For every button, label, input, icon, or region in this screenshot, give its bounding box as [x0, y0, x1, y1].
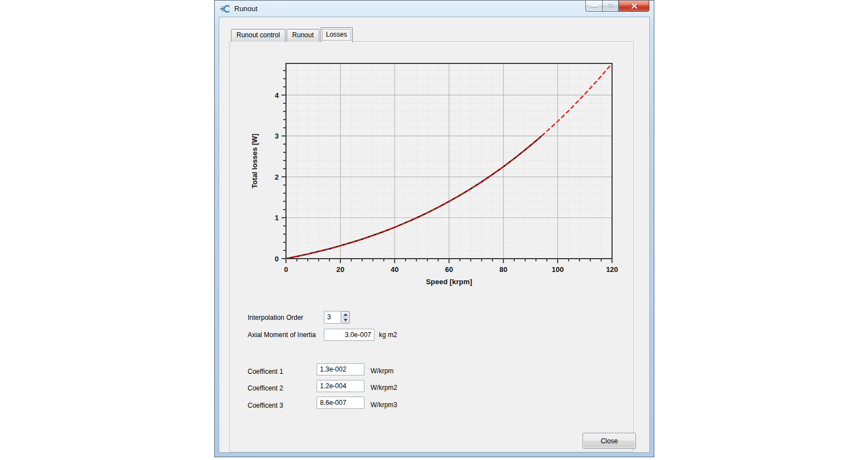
coefficient-3-input[interactable]: 8.6e-007: [317, 397, 364, 409]
close-icon: [631, 3, 638, 9]
y-tick-label: 3: [275, 132, 279, 140]
axial-moment-label: Axial Moment of Inertia: [248, 331, 316, 339]
x-tick-label: 20: [336, 265, 344, 274]
axial-moment-unit: kg m2: [379, 331, 397, 339]
arrow-up-icon: [343, 313, 348, 316]
coefficient-2-input[interactable]: 1.2e-004: [317, 380, 364, 392]
maximize-button[interactable]: [603, 1, 619, 12]
x-axis-title: Speed [krpm]: [426, 278, 472, 286]
y-tick-label: 2: [275, 173, 279, 181]
window-close-button[interactable]: [619, 1, 649, 12]
y-tick-label: 4: [275, 91, 279, 100]
spinner-down-button[interactable]: [341, 317, 349, 323]
minimize-icon: [591, 5, 598, 7]
x-tick-label: 0: [284, 265, 288, 274]
x-tick-label: 100: [551, 265, 564, 274]
coefficient-2-label: Coefficent 2: [248, 384, 283, 392]
interpolation-order-spinner[interactable]: 3: [324, 311, 350, 324]
coefficient-1-input[interactable]: 1.3e-002: [317, 363, 364, 375]
losses-chart: 02040608010012001234Speed [krpm]Total lo…: [240, 54, 630, 289]
x-tick-label: 80: [499, 265, 507, 274]
coefficient-1-unit: W/krpm: [371, 367, 393, 375]
tab-losses[interactable]: Losses: [320, 27, 353, 42]
minimize-button[interactable]: [585, 1, 603, 12]
losses-tab-panel: 02040608010012001234Speed [krpm]Total lo…: [229, 41, 634, 452]
x-tick-label: 120: [606, 265, 618, 274]
window-title: Runout: [234, 4, 258, 13]
coefficient-3-unit: W/krpm3: [371, 401, 397, 409]
tab-strip: Runout control Runout Losses: [231, 27, 354, 42]
x-tick-label: 60: [445, 265, 453, 274]
arrow-down-icon: [343, 319, 348, 321]
interpolation-order-label: Interpolation Order: [248, 314, 303, 321]
app-icon: [220, 4, 231, 13]
tab-runout[interactable]: Runout: [287, 29, 319, 42]
runout-dialog: Runout Runout control Runout Losses 0204…: [214, 0, 654, 457]
tab-runout-control[interactable]: Runout control: [231, 29, 285, 42]
x-tick-label: 40: [391, 265, 398, 274]
maximize-icon: [608, 4, 613, 8]
caption-buttons: [585, 1, 649, 12]
close-dialog-button[interactable]: Close: [583, 433, 636, 449]
coefficient-1-label: Coefficent 1: [248, 368, 283, 375]
y-axis-title: Total losses [W]: [250, 133, 259, 189]
spinner-up-button[interactable]: [341, 311, 349, 317]
dialog-client-area: Runout control Runout Losses 02040608010…: [219, 17, 650, 453]
y-tick-label: 1: [275, 214, 279, 222]
y-tick-label: 0: [275, 255, 279, 263]
coefficient-2-unit: W/krpm2: [371, 384, 397, 392]
spinner-buttons: [341, 311, 349, 323]
axial-moment-input[interactable]: 3.0e-007: [324, 329, 374, 341]
interpolation-order-value[interactable]: 3: [324, 311, 341, 323]
coefficient-3-label: Coefficent 3: [248, 402, 283, 409]
